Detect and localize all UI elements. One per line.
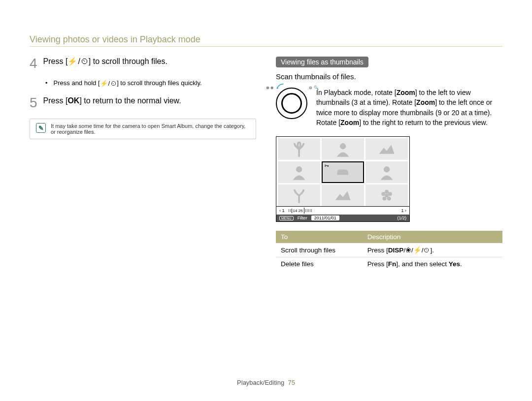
timer-icon: ⏲	[110, 80, 117, 87]
timer-icon: ⏲	[81, 57, 89, 67]
person-icon	[372, 165, 401, 180]
macro-icon: ❀	[405, 247, 411, 254]
svg-point-5	[388, 192, 392, 196]
svg-point-6	[387, 196, 391, 200]
zoom-dial-row: ⊞ ⊞ ⊡ 🔍 In Playback mode, rotate [Zoom] …	[276, 88, 502, 127]
zoom-label: Zoom	[416, 98, 435, 106]
left-column: 4 Press [⚡/⏲] to scroll through files. P…	[30, 57, 256, 271]
svg-point-3	[385, 193, 388, 197]
row-delete-desc: Press [Fn], and then select Yes.	[363, 257, 502, 271]
thumbnail-screen: 🗝 ‹ 1 14	[276, 136, 410, 222]
table-row: Scroll through files Press [DISP/❀/⚡/⏲].	[276, 243, 502, 257]
flash-icon: ⚡	[67, 57, 77, 67]
step-4-bullet: Press and hold [⚡/⏲] to scroll through f…	[45, 79, 256, 87]
para-pre: In Playback mode, rotate [	[316, 89, 397, 96]
svg-point-4	[385, 189, 389, 193]
step-4: 4 Press [⚡/⏲] to scroll through files.	[30, 57, 256, 70]
step-5-text-pre: Press [	[43, 96, 68, 105]
svg-point-8	[381, 192, 385, 196]
dial-left-icons: ⊞ ⊞	[266, 86, 273, 90]
car-icon	[329, 165, 357, 179]
page-footer: Playback/Editing 75	[0, 379, 532, 386]
svg-point-0	[340, 143, 346, 149]
footer-section: Playback/Editing	[237, 379, 284, 386]
thumb-cell	[278, 138, 320, 160]
lock-icon: 🗝	[325, 163, 329, 168]
flash-icon: ⚡	[413, 247, 422, 254]
right-column: Viewing files as thumbnails Scan thumbna…	[276, 57, 502, 271]
dial-right-icons: ⊡ 🔍	[309, 86, 318, 90]
mountain-icon	[372, 142, 401, 157]
ok-icon: OK	[67, 96, 79, 105]
scroll-mid: 14 25	[293, 209, 303, 213]
disp-icon: DISP	[388, 247, 404, 254]
icon-separator: /	[108, 80, 110, 87]
thumb-cell-selected: 🗝	[322, 161, 364, 183]
person-icon	[284, 165, 314, 180]
row-delete-label: Delete files	[276, 257, 363, 271]
menu-icon: MENU	[279, 216, 294, 220]
mountain-icon	[328, 188, 358, 203]
zoom-label: Zoom	[340, 119, 359, 126]
operations-table: To Description Scroll through files Pres…	[276, 231, 502, 271]
note-text: It may take some time for the camera to …	[51, 123, 250, 135]
footer-page-number: 75	[288, 379, 295, 386]
note-icon: ✎	[36, 123, 46, 133]
zoom-label: Zoom	[397, 89, 415, 96]
thumb-cell	[322, 138, 364, 160]
icon-separator: /	[78, 57, 80, 67]
thumb-cell	[278, 185, 320, 206]
step-4-number: 4	[30, 57, 37, 70]
flower-icon	[372, 188, 401, 203]
para-post: ] to the right to return to the previous…	[359, 119, 488, 126]
note-box: ✎ It may take some time for the camera t…	[30, 119, 256, 139]
scroll-left: ‹ 1	[279, 208, 285, 213]
flash-icon: ⚡	[100, 80, 108, 87]
thumb-cell	[322, 185, 364, 206]
palm-icon	[284, 142, 314, 157]
fn-icon: Fn	[388, 260, 397, 268]
yes-label: Yes	[449, 260, 460, 268]
thumb-cell	[366, 185, 408, 206]
page-title: Viewing photos or videos in Playback mod…	[30, 34, 502, 47]
svg-point-1	[296, 166, 302, 172]
table-header-to: To	[276, 231, 363, 243]
step-5-text-post: ] to return to the normal view.	[79, 96, 181, 105]
step-4-text-post: ] to scroll through files.	[89, 57, 167, 65]
timer-icon: ⏲	[423, 247, 430, 254]
page-indicator: (1/2)	[397, 216, 406, 220]
palm-icon	[284, 188, 314, 203]
step-4-text-pre: Press [	[43, 57, 68, 65]
thumb-cell	[366, 138, 408, 160]
rotate-arrow-icon	[275, 82, 285, 90]
step-5-number: 5	[30, 96, 37, 110]
scroll-right: 1 ›	[401, 208, 406, 213]
zoom-instructions: In Playback mode, rotate [Zoom] to the l…	[316, 88, 502, 127]
step-5: 5 Press [OK] to return to the normal vie…	[30, 96, 256, 110]
thumb-cell	[278, 161, 320, 183]
filter-label: Filter	[298, 216, 307, 220]
screen-statusbar: MENU Filter 2011/01/01 (1/2)	[276, 215, 409, 221]
svg-point-2	[384, 166, 390, 172]
svg-point-7	[382, 196, 386, 200]
table-row: Delete files Press [Fn], and then select…	[276, 257, 502, 271]
step-4-bullet-pre: Press and hold [	[54, 79, 100, 87]
thumb-cell	[366, 161, 408, 183]
screen-scrollbar: ‹ 1 14 25 1 ›	[276, 206, 409, 215]
filter-date: 2011/01/01	[311, 216, 339, 220]
lead-text: Scan thumbnails of files.	[276, 72, 502, 81]
step-4-bullet-post: ] to scroll through files quickly.	[117, 79, 201, 87]
zoom-dial-icon	[276, 88, 307, 119]
person-icon	[328, 142, 358, 157]
row-scroll-desc: Press [DISP/❀/⚡/⏲].	[363, 243, 502, 257]
section-heading: Viewing files as thumbnails	[276, 57, 368, 67]
table-header-description: Description	[363, 231, 502, 243]
row-scroll-label: Scroll through files	[276, 243, 363, 257]
